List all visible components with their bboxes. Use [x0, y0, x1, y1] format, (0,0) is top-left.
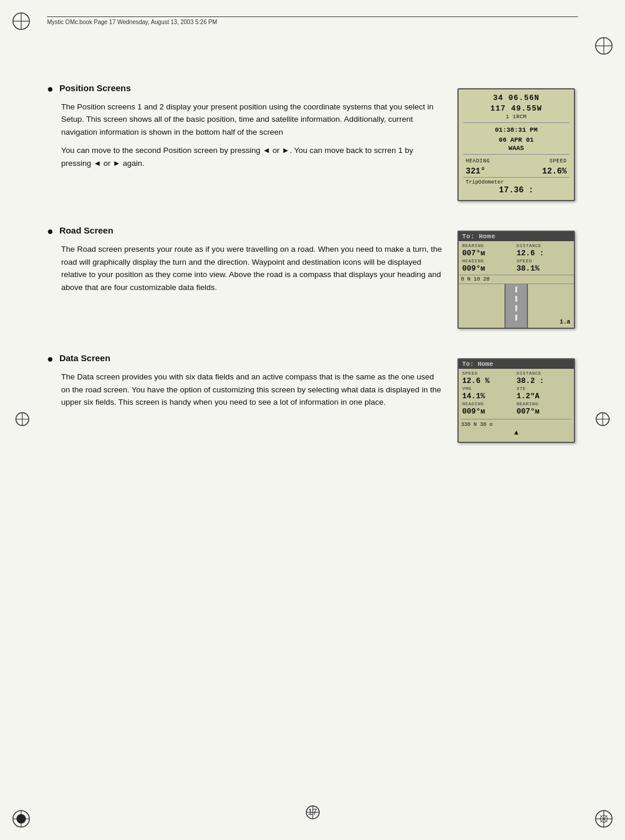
gps-screen-data: To: Home SPEED DISTANCE 12.6 % 38.2 : — [457, 358, 575, 443]
dst-label-cell: DISTANCE — [517, 371, 571, 376]
reg-mark-tl — [11, 11, 32, 32]
xte-value-cell: 1.2"A — [517, 392, 571, 401]
section-road-screen: ● Road Screen The Road screen presents y… — [47, 225, 578, 329]
title-position-screens: Position Screens — [59, 82, 131, 94]
section-right-position: 34 06.56N 117 49.55W 1 1RCM 01:38:31 PM … — [454, 82, 578, 201]
section-position-screens: ● Position Screens The Position screens … — [47, 82, 578, 201]
section-left-road: ● Road Screen The Road screen presents y… — [47, 225, 443, 329]
data-data-grid: SPEED DISTANCE 12.6 % 38.2 : VMG — [459, 369, 574, 418]
date-line: 06 APR 01 — [463, 135, 569, 145]
para-position-2: You can move to the second Position scre… — [61, 144, 443, 169]
speed-label: SPEED — [549, 158, 567, 164]
road-dist-label: 1.a — [560, 319, 570, 325]
bearing-label-cell: BEARING — [462, 243, 516, 248]
small-line: 1 1RCM — [463, 114, 569, 120]
bullet-position: ● — [47, 83, 54, 96]
distance-value-cell: 12.6 : — [517, 249, 571, 258]
distance-label-cell: DISTANCE — [517, 243, 571, 248]
heading-value: 321° — [466, 166, 486, 176]
trip-section: TripOdometer 17.36 : — [463, 177, 569, 196]
bearing-value-cell: 007°м — [462, 249, 516, 258]
cross-mark-left — [14, 411, 31, 429]
section-left-position: ● Position Screens The Position screens … — [47, 82, 443, 201]
bullet-data: ● — [47, 353, 54, 366]
brg-label-cell: BEARING — [517, 401, 571, 406]
bullet-road: ● — [47, 225, 54, 238]
page: Mystic OMc.book Page 17 Wednesday, Augus… — [0, 0, 625, 840]
reg-mark-br — [593, 808, 614, 829]
para-data-1: The Data screen provides you with six da… — [61, 371, 443, 409]
hdg-value-cell: 009°м — [462, 407, 516, 416]
para-position-1: The Position screens 1 and 2 display you… — [61, 101, 443, 139]
body-data: The Data screen provides you with six da… — [47, 371, 443, 409]
section-data-screen: ● Data Screen The Data screen provides y… — [47, 352, 578, 443]
hdg-label-cell: HEADING — [462, 401, 516, 406]
road-compass-bar: 0 N 10 20 — [459, 275, 574, 284]
spd-value-cell: 12.6 % — [462, 376, 516, 385]
page-number: 17 — [308, 807, 317, 816]
data-title-bar: To: Home — [459, 359, 574, 369]
time-line: 01:38:31 PM — [463, 125, 569, 135]
gps-screen-road: To: Home BEARING DISTANCE 007°м 12.6 : — [457, 231, 575, 329]
header-bar: Mystic OMc.book Page 17 Wednesday, Augus… — [47, 16, 578, 25]
data-divider — [461, 419, 571, 419]
road-data-grid: BEARING DISTANCE 007°м 12.6 : HEADING — [459, 241, 574, 275]
road-visual: 1.a — [459, 284, 574, 328]
road-dashes — [516, 284, 517, 321]
heading2-value-cell: 009°м — [462, 264, 516, 273]
data-row-values: 321° 12.6% — [463, 165, 569, 177]
svg-point-9 — [16, 814, 26, 824]
gps-screen-position: 34 06.56N 117 49.55W 1 1RCM 01:38:31 PM … — [457, 88, 575, 201]
vmg-label-cell: VMG — [462, 386, 516, 391]
vmg-value-cell: 14.1% — [462, 392, 516, 401]
section-right-data: To: Home SPEED DISTANCE 12.6 % 38.2 : — [454, 352, 578, 443]
speed2-label-cell: SPEED — [517, 258, 571, 264]
trip-label: TripOdometer — [466, 179, 567, 185]
data-compass-row: 330 N 30 o — [459, 421, 574, 429]
compass-pointer: ▲ — [459, 429, 574, 437]
body-position: The Position screens 1 and 2 display you… — [47, 101, 443, 170]
heading-label: HEADING — [466, 158, 490, 164]
trip-value: 17.36 : — [466, 185, 567, 195]
title-data-screen: Data Screen — [59, 352, 111, 364]
waas-line: WAAS — [463, 145, 569, 152]
section-title-row-position: ● Position Screens — [47, 82, 443, 96]
cross-mark-right — [594, 411, 611, 429]
speed-value: 12.6% — [542, 166, 567, 176]
dst-value-cell: 38.2 : — [517, 376, 571, 385]
coord-line-1: 34 06.56N — [463, 93, 569, 104]
road-surface — [504, 284, 528, 328]
reg-mark-bl — [11, 808, 32, 829]
section-left-data: ● Data Screen The Data screen provides y… — [47, 352, 443, 443]
xte-label-cell: XTE — [517, 386, 571, 391]
brg-value-cell: 007°м — [517, 407, 571, 416]
road-title-bar: To: Home — [459, 232, 574, 241]
section-right-road: To: Home BEARING DISTANCE 007°м 12.6 : — [454, 225, 578, 329]
header-text: Mystic OMc.book Page 17 Wednesday, Augus… — [47, 19, 217, 25]
speed2-value-cell: 38.1% — [517, 264, 571, 273]
spd-label-cell: SPEED — [462, 371, 516, 376]
reg-mark-tr — [593, 35, 614, 56]
heading2-label-cell: HEADING — [462, 258, 516, 264]
screen-bottom-pad — [459, 437, 574, 442]
para-road-1: The Road screen presents your route as i… — [61, 243, 443, 294]
section-title-row-road: ● Road Screen — [47, 225, 443, 238]
body-road: The Road screen presents your route as i… — [47, 243, 443, 294]
section-title-row-data: ● Data Screen — [47, 352, 443, 366]
data-row-heading-speed: HEADING SPEED — [463, 157, 569, 165]
main-content: ● Position Screens The Position screens … — [47, 82, 578, 466]
coord-line-2: 117 49.55W — [463, 104, 569, 114]
title-road-screen: Road Screen — [59, 225, 113, 236]
